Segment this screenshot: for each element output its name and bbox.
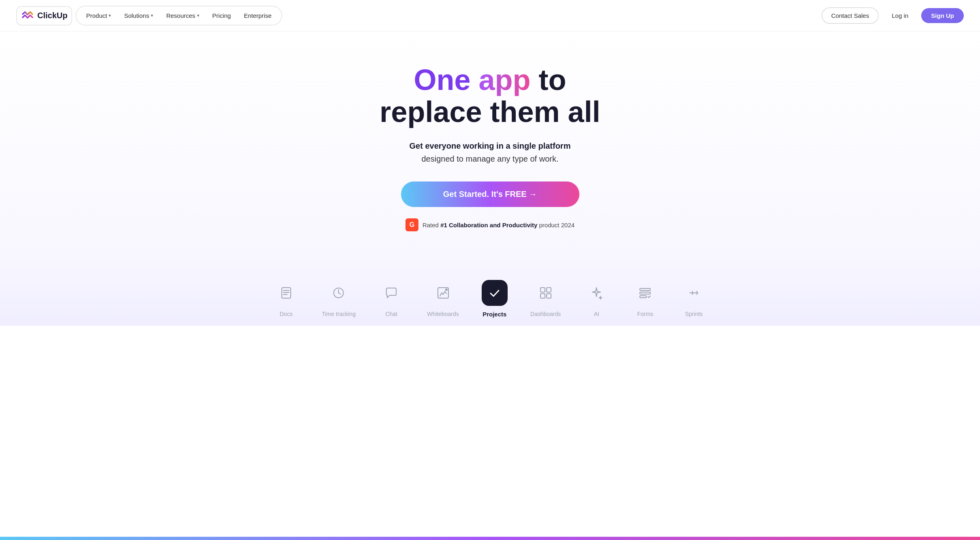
hero-subtitle: Get everyone working in a single platfor…	[410, 139, 571, 165]
docs-icon-wrapper	[273, 280, 299, 306]
svg-rect-7	[540, 288, 545, 292]
chevron-down-icon: ▾	[197, 13, 199, 18]
tab-forms-label: Forms	[637, 311, 653, 317]
svg-point-6	[445, 288, 448, 291]
ai-icon-wrapper	[583, 280, 609, 306]
clock-icon	[331, 286, 346, 300]
svg-rect-10	[547, 294, 551, 298]
docs-icon	[279, 286, 294, 300]
nav-links: Product ▾ Solutions ▾ Resources ▾ Pricin…	[75, 6, 282, 26]
projects-icon	[487, 286, 502, 300]
svg-rect-8	[547, 288, 551, 292]
hero-title: One app to replace them all	[380, 64, 600, 128]
tab-projects[interactable]: Projects	[470, 272, 519, 326]
rating-text: Rated #1 Collaboration and Productivity …	[422, 222, 575, 228]
time-tracking-icon-wrapper	[326, 280, 352, 306]
login-button[interactable]: Log in	[883, 8, 917, 23]
tab-time-tracking[interactable]: Time tracking	[311, 272, 367, 325]
tab-dashboards-label: Dashboards	[530, 311, 561, 317]
tab-ai[interactable]: AI	[572, 272, 621, 325]
tab-time-tracking-label: Time tracking	[322, 311, 356, 317]
clickup-logo-icon	[21, 9, 34, 22]
tab-sprints-label: Sprints	[685, 311, 703, 317]
tab-docs[interactable]: Docs	[262, 272, 311, 325]
tab-sprints[interactable]: Sprints	[669, 272, 718, 325]
sprints-icon-wrapper	[681, 280, 707, 306]
nav-link-resources[interactable]: Resources ▾	[161, 9, 205, 22]
dashboards-icon-wrapper	[533, 280, 559, 306]
chevron-down-icon: ▾	[109, 13, 111, 18]
nav-link-enterprise[interactable]: Enterprise	[238, 9, 277, 22]
signup-button[interactable]: Sign Up	[921, 8, 964, 23]
tab-projects-label: Projects	[482, 311, 506, 318]
cta-button[interactable]: Get Started. It's FREE →	[401, 181, 579, 207]
forms-icon-wrapper	[632, 280, 658, 306]
svg-rect-13	[640, 296, 646, 298]
tab-forms[interactable]: Forms	[621, 272, 669, 325]
projects-icon-wrapper	[482, 280, 508, 306]
logo[interactable]: ClickUp	[16, 6, 72, 26]
whiteboard-icon	[436, 286, 450, 300]
whiteboards-icon-wrapper	[430, 280, 456, 306]
rating-badge: G Rated #1 Collaboration and Productivit…	[405, 218, 575, 231]
nav-right: Contact Sales Log in Sign Up	[821, 7, 964, 24]
nav-link-pricing[interactable]: Pricing	[207, 9, 237, 22]
nav-link-product[interactable]: Product ▾	[80, 9, 117, 22]
sprints-icon	[686, 286, 701, 300]
navbar: ClickUp Product ▾ Solutions ▾ Resources …	[0, 0, 980, 32]
sparkle-icon	[589, 286, 604, 300]
feature-tabs: Docs Time tracking Chat Whiteboards	[0, 256, 980, 326]
tab-docs-label: Docs	[280, 311, 293, 317]
contact-sales-button[interactable]: Contact Sales	[821, 7, 879, 24]
svg-rect-11	[640, 288, 650, 290]
nav-link-solutions[interactable]: Solutions ▾	[118, 9, 159, 22]
logo-text: ClickUp	[37, 11, 67, 20]
chat-icon	[384, 286, 399, 300]
hero-section: One app to replace them all Get everyone…	[0, 32, 980, 256]
chevron-down-icon: ▾	[151, 13, 153, 18]
tab-whiteboards[interactable]: Whiteboards	[416, 272, 470, 325]
tab-chat[interactable]: Chat	[367, 272, 416, 325]
tab-ai-label: AI	[594, 311, 599, 317]
tab-dashboards[interactable]: Dashboards	[519, 272, 573, 325]
nav-left: ClickUp Product ▾ Solutions ▾ Resources …	[16, 6, 282, 26]
bottom-gradient-bar	[0, 537, 980, 540]
tab-whiteboards-label: Whiteboards	[427, 311, 459, 317]
forms-icon	[638, 286, 652, 300]
tab-chat-label: Chat	[385, 311, 397, 317]
svg-rect-9	[540, 294, 545, 298]
dashboard-icon	[538, 286, 553, 300]
svg-rect-12	[640, 292, 650, 294]
chat-icon-wrapper	[378, 280, 404, 306]
g2-icon: G	[405, 218, 418, 231]
